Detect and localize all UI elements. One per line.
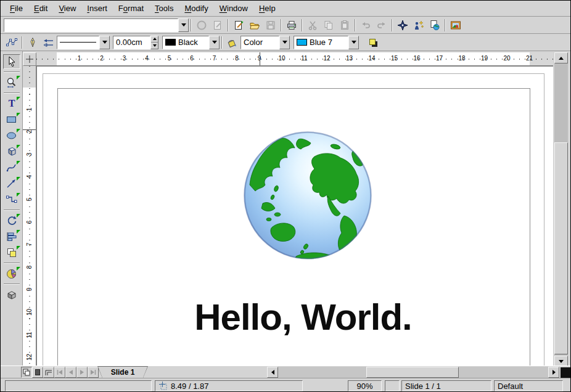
ruler-number: 19 <box>481 55 488 62</box>
navigator-button[interactable] <box>395 18 411 33</box>
line-width-input[interactable]: 0.00cm <box>113 36 150 49</box>
3d-objects-tool-button[interactable] <box>3 144 20 159</box>
edit-points-button[interactable] <box>4 35 20 50</box>
status-template-panel[interactable]: Default <box>494 380 563 391</box>
shadow-button[interactable] <box>365 35 381 50</box>
menu-item-modify[interactable]: Modify <box>179 1 213 15</box>
open-icon <box>249 20 260 31</box>
3d-controller-tool-button[interactable] <box>3 287 20 302</box>
scroll-right-button[interactable] <box>548 367 559 378</box>
scroll-left-button[interactable] <box>267 367 278 378</box>
line-width-spinner[interactable]: 0.00cm <box>113 36 158 49</box>
hyperlink-icon <box>429 20 440 31</box>
last-slide-button <box>88 367 99 378</box>
object-toolbar: 0.00cm Black Color Blue 7 <box>1 34 571 51</box>
line-color-select[interactable]: Black <box>162 36 220 49</box>
vertical-scrollbar[interactable] <box>554 52 568 367</box>
ruler-number: 10 <box>278 55 285 62</box>
long-click-flag-icon <box>17 129 20 133</box>
fill-color-dropdown-button[interactable] <box>348 36 359 49</box>
text-tool-button[interactable]: T <box>3 96 20 111</box>
status-position-panel[interactable]: 8.49 / 1.87 <box>155 380 303 391</box>
rectangle-tool-button[interactable] <box>3 112 20 127</box>
ruler-number: 8 <box>235 55 239 62</box>
menu-item-format[interactable]: Format <box>113 1 149 15</box>
ruler-number: 16 <box>413 55 420 62</box>
fill-style-dropdown-button[interactable] <box>279 36 290 49</box>
horizontal-scrollbar[interactable] <box>267 367 559 378</box>
ruler-number: 12 <box>26 353 33 362</box>
long-click-flag-icon <box>17 214 20 218</box>
arrow-style-icon <box>43 37 55 48</box>
slide-view-button[interactable] <box>21 367 32 378</box>
line-width-spin-buttons[interactable] <box>150 36 158 49</box>
fill-color-select[interactable]: Blue 7 <box>294 36 359 49</box>
ruler-number: 17 <box>436 55 443 62</box>
gallery-button[interactable] <box>448 18 464 33</box>
effects-tool-button[interactable] <box>3 266 20 281</box>
menu-item-window[interactable]: Window <box>214 1 253 15</box>
separator <box>281 19 282 31</box>
menu-item-view[interactable]: View <box>53 1 81 15</box>
separator <box>221 36 223 49</box>
long-click-flag-icon <box>17 113 20 116</box>
layer-view-icon <box>45 369 52 376</box>
ruler-number: 4 <box>26 173 33 181</box>
line-style-dropdown-button[interactable] <box>99 36 110 49</box>
line-color-dropdown-button[interactable] <box>209 36 220 49</box>
arrow-right-icon <box>553 370 556 375</box>
menu-bar: FileEditViewInsertFormatToolsModifyWindo… <box>1 1 571 17</box>
url-combobox[interactable] <box>4 18 189 32</box>
arrange-tool-button[interactable] <box>3 245 20 260</box>
line-button[interactable] <box>25 35 41 50</box>
connector-tool-button[interactable] <box>3 192 20 207</box>
ruler-origin-box[interactable] <box>23 52 36 66</box>
select-tool-button[interactable] <box>3 54 20 69</box>
url-input[interactable] <box>4 18 178 32</box>
scroll-up-button[interactable] <box>554 52 568 63</box>
ruler-number: 5 <box>26 195 33 204</box>
fill-color-swatch <box>297 39 307 46</box>
print-button[interactable] <box>284 18 300 33</box>
separator <box>4 263 20 264</box>
ruler-number: 3 <box>26 150 33 158</box>
line-style-select[interactable] <box>57 36 110 49</box>
lines-arrows-tool-button[interactable] <box>3 176 20 191</box>
ruler-number: 13 <box>346 55 353 62</box>
menu-item-help[interactable]: Help <box>253 1 281 15</box>
zoom-tool-button[interactable] <box>3 75 20 90</box>
master-view-button[interactable] <box>32 367 43 378</box>
slide-title-text[interactable]: Hello, World. <box>57 296 530 338</box>
curve-tool-button[interactable] <box>3 160 20 175</box>
arrow-style-button[interactable] <box>41 35 57 50</box>
status-zoom-panel[interactable]: 90% <box>348 380 382 391</box>
copy-icon <box>323 20 334 31</box>
layer-view-button[interactable] <box>43 367 54 378</box>
open-button[interactable] <box>247 18 263 33</box>
arrow-up-icon <box>559 57 564 60</box>
ellipse-tool-button[interactable] <box>3 128 20 143</box>
window-corner-box <box>561 367 570 378</box>
rotate-tool-button[interactable] <box>3 213 20 228</box>
alignment-tool-button[interactable] <box>3 229 20 244</box>
rotate-icon <box>6 214 18 227</box>
vertical-scroll-thumb[interactable] <box>554 142 568 354</box>
long-click-flag-icon <box>17 193 20 197</box>
redo-button <box>374 18 390 33</box>
hyperlink-button[interactable] <box>427 18 443 33</box>
new-document-button[interactable] <box>231 18 247 33</box>
autopilot-button[interactable] <box>411 18 427 33</box>
menu-item-file[interactable]: File <box>4 1 28 15</box>
menu-item-edit[interactable]: Edit <box>28 1 53 15</box>
menu-item-insert[interactable]: Insert <box>81 1 113 15</box>
drawing-canvas[interactable]: Hello, World. <box>36 66 553 365</box>
url-dropdown-button[interactable] <box>178 18 189 32</box>
globe-image[interactable] <box>242 129 374 261</box>
area-style-button[interactable] <box>224 35 240 50</box>
menu-item-tools[interactable]: Tools <box>149 1 179 15</box>
status-bar: 8.49 / 1.87 90% Slide 1 / 1 Default <box>1 378 571 392</box>
slide-tab[interactable]: Slide 1 <box>97 366 148 378</box>
fill-style-select[interactable]: Color <box>240 36 290 49</box>
horizontal-scroll-thumb[interactable] <box>366 367 459 378</box>
horizontal-ruler: 123456789101112131415161718192021 <box>36 52 553 66</box>
